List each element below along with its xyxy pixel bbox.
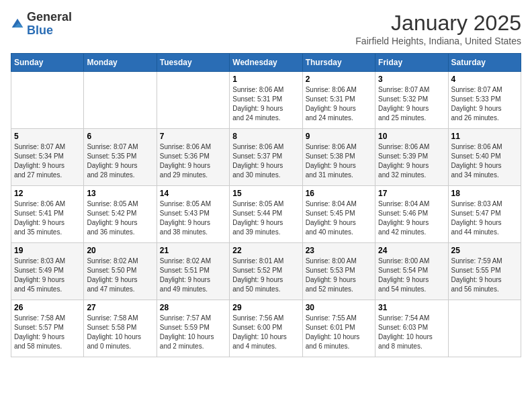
day-info: Sunrise: 8:00 AM Sunset: 5:53 PM Dayligh…: [306, 257, 372, 294]
page-header: General Blue January 2025 Fairfield Heig…: [11, 11, 521, 46]
title-block: January 2025 Fairfield Heights, Indiana,…: [355, 11, 521, 46]
calendar-cell: 26Sunrise: 7:58 AM Sunset: 5:57 PM Dayli…: [11, 300, 84, 357]
day-number: 30: [306, 303, 372, 312]
day-info: Sunrise: 8:01 AM Sunset: 5:52 PM Dayligh…: [232, 257, 299, 294]
calendar-cell: 12Sunrise: 8:06 AM Sunset: 5:41 PM Dayli…: [11, 186, 84, 243]
day-info: Sunrise: 8:04 AM Sunset: 5:46 PM Dayligh…: [378, 199, 445, 237]
calendar-cell: 24Sunrise: 8:00 AM Sunset: 5:54 PM Dayli…: [375, 243, 448, 300]
day-number: 8: [232, 132, 299, 141]
day-info: Sunrise: 8:00 AM Sunset: 5:54 PM Dayligh…: [378, 257, 445, 294]
logo: General Blue: [11, 11, 72, 38]
day-number: 14: [160, 189, 226, 198]
day-number: 17: [378, 189, 445, 198]
day-number: 2: [306, 75, 372, 84]
day-number: 26: [14, 303, 81, 312]
day-number: 15: [232, 189, 299, 198]
day-info: Sunrise: 8:03 AM Sunset: 5:49 PM Dayligh…: [14, 257, 81, 294]
day-number: 5: [14, 132, 81, 141]
day-number: 23: [306, 246, 372, 255]
calendar-cell: 19Sunrise: 8:03 AM Sunset: 5:49 PM Dayli…: [11, 243, 84, 300]
header-cell-tuesday: Tuesday: [157, 54, 229, 72]
calendar-cell: 25Sunrise: 7:59 AM Sunset: 5:55 PM Dayli…: [448, 243, 521, 300]
day-info: Sunrise: 8:05 AM Sunset: 5:43 PM Dayligh…: [160, 199, 226, 237]
day-info: Sunrise: 7:59 AM Sunset: 5:55 PM Dayligh…: [451, 257, 518, 294]
calendar-cell: 28Sunrise: 7:57 AM Sunset: 5:59 PM Dayli…: [157, 300, 229, 357]
calendar-cell: 18Sunrise: 8:03 AM Sunset: 5:47 PM Dayli…: [448, 186, 521, 243]
day-info: Sunrise: 7:56 AM Sunset: 6:00 PM Dayligh…: [232, 314, 299, 351]
calendar-cell: 9Sunrise: 8:06 AM Sunset: 5:38 PM Daylig…: [302, 129, 375, 186]
calendar-cell: [11, 72, 84, 129]
day-number: 19: [14, 246, 81, 255]
header-cell-wednesday: Wednesday: [230, 54, 302, 72]
calendar-cell: 16Sunrise: 8:04 AM Sunset: 5:45 PM Dayli…: [302, 186, 375, 243]
calendar-cell: [448, 300, 521, 357]
day-info: Sunrise: 8:05 AM Sunset: 5:42 PM Dayligh…: [87, 199, 153, 237]
day-number: 25: [451, 246, 518, 255]
day-info: Sunrise: 8:04 AM Sunset: 5:45 PM Dayligh…: [306, 199, 372, 237]
header-row: SundayMondayTuesdayWednesdayThursdayFrid…: [11, 54, 521, 72]
calendar-cell: 30Sunrise: 7:55 AM Sunset: 6:01 PM Dayli…: [302, 300, 375, 357]
day-info: Sunrise: 8:07 AM Sunset: 5:32 PM Dayligh…: [378, 85, 445, 123]
day-number: 20: [87, 246, 153, 255]
calendar-cell: 23Sunrise: 8:00 AM Sunset: 5:53 PM Dayli…: [302, 243, 375, 300]
calendar-cell: 15Sunrise: 8:05 AM Sunset: 5:44 PM Dayli…: [230, 186, 302, 243]
calendar-cell: 13Sunrise: 8:05 AM Sunset: 5:42 PM Dayli…: [84, 186, 157, 243]
day-number: 24: [378, 246, 445, 255]
day-number: 12: [14, 189, 81, 198]
calendar-body: 1Sunrise: 8:06 AM Sunset: 5:31 PM Daylig…: [11, 72, 521, 357]
day-number: 27: [87, 303, 153, 312]
calendar-cell: 3Sunrise: 8:07 AM Sunset: 5:32 PM Daylig…: [375, 72, 448, 129]
logo-text: General Blue: [27, 11, 72, 38]
calendar-cell: 1Sunrise: 8:06 AM Sunset: 5:31 PM Daylig…: [230, 72, 302, 129]
day-info: Sunrise: 8:06 AM Sunset: 5:31 PM Dayligh…: [306, 85, 372, 123]
day-info: Sunrise: 7:58 AM Sunset: 5:57 PM Dayligh…: [14, 314, 81, 351]
day-info: Sunrise: 8:02 AM Sunset: 5:50 PM Dayligh…: [87, 257, 153, 294]
day-info: Sunrise: 8:06 AM Sunset: 5:39 PM Dayligh…: [378, 142, 445, 180]
header-cell-saturday: Saturday: [448, 54, 521, 72]
day-info: Sunrise: 8:06 AM Sunset: 5:31 PM Dayligh…: [232, 85, 299, 123]
day-info: Sunrise: 7:57 AM Sunset: 5:59 PM Dayligh…: [160, 314, 226, 351]
calendar-week-1: 5Sunrise: 8:07 AM Sunset: 5:34 PM Daylig…: [11, 129, 521, 186]
calendar-week-2: 12Sunrise: 8:06 AM Sunset: 5:41 PM Dayli…: [11, 186, 521, 243]
day-number: 3: [378, 75, 445, 84]
day-number: 4: [451, 75, 518, 84]
calendar-cell: 22Sunrise: 8:01 AM Sunset: 5:52 PM Dayli…: [230, 243, 302, 300]
day-number: 6: [87, 132, 153, 141]
day-number: 13: [87, 189, 153, 198]
calendar-cell: 6Sunrise: 8:07 AM Sunset: 5:35 PM Daylig…: [84, 129, 157, 186]
calendar-week-4: 26Sunrise: 7:58 AM Sunset: 5:57 PM Dayli…: [11, 300, 521, 357]
calendar-table: SundayMondayTuesdayWednesdayThursdayFrid…: [11, 53, 521, 357]
day-info: Sunrise: 8:05 AM Sunset: 5:44 PM Dayligh…: [232, 199, 299, 237]
calendar-cell: 8Sunrise: 8:06 AM Sunset: 5:37 PM Daylig…: [230, 129, 302, 186]
calendar-week-3: 19Sunrise: 8:03 AM Sunset: 5:49 PM Dayli…: [11, 243, 521, 300]
day-number: 7: [160, 132, 226, 141]
location-subtitle: Fairfield Heights, Indiana, United State…: [355, 36, 521, 46]
logo-icon: [11, 17, 24, 31]
calendar-week-0: 1Sunrise: 8:06 AM Sunset: 5:31 PM Daylig…: [11, 72, 521, 129]
calendar-cell: 17Sunrise: 8:04 AM Sunset: 5:46 PM Dayli…: [375, 186, 448, 243]
calendar-header: SundayMondayTuesdayWednesdayThursdayFrid…: [11, 54, 521, 72]
day-info: Sunrise: 8:06 AM Sunset: 5:38 PM Dayligh…: [306, 142, 372, 180]
day-info: Sunrise: 7:58 AM Sunset: 5:58 PM Dayligh…: [87, 314, 153, 351]
day-info: Sunrise: 8:06 AM Sunset: 5:41 PM Dayligh…: [14, 199, 81, 237]
calendar-cell: 2Sunrise: 8:06 AM Sunset: 5:31 PM Daylig…: [302, 72, 375, 129]
day-info: Sunrise: 8:06 AM Sunset: 5:36 PM Dayligh…: [160, 142, 226, 180]
day-info: Sunrise: 8:07 AM Sunset: 5:33 PM Dayligh…: [451, 85, 518, 123]
calendar-cell: 11Sunrise: 8:06 AM Sunset: 5:40 PM Dayli…: [448, 129, 521, 186]
day-info: Sunrise: 8:07 AM Sunset: 5:35 PM Dayligh…: [87, 142, 153, 180]
day-number: 9: [306, 132, 372, 141]
day-info: Sunrise: 8:02 AM Sunset: 5:51 PM Dayligh…: [160, 257, 226, 294]
header-cell-thursday: Thursday: [302, 54, 375, 72]
header-cell-monday: Monday: [84, 54, 157, 72]
calendar-cell: 5Sunrise: 8:07 AM Sunset: 5:34 PM Daylig…: [11, 129, 84, 186]
calendar-cell: 27Sunrise: 7:58 AM Sunset: 5:58 PM Dayli…: [84, 300, 157, 357]
calendar-cell: [84, 72, 157, 129]
calendar-cell: [157, 72, 229, 129]
day-number: 21: [160, 246, 226, 255]
calendar-cell: 29Sunrise: 7:56 AM Sunset: 6:00 PM Dayli…: [230, 300, 302, 357]
calendar-cell: 31Sunrise: 7:54 AM Sunset: 6:03 PM Dayli…: [375, 300, 448, 357]
day-info: Sunrise: 8:06 AM Sunset: 5:40 PM Dayligh…: [451, 142, 518, 180]
day-number: 10: [378, 132, 445, 141]
day-number: 1: [232, 75, 299, 84]
day-number: 29: [232, 303, 299, 312]
